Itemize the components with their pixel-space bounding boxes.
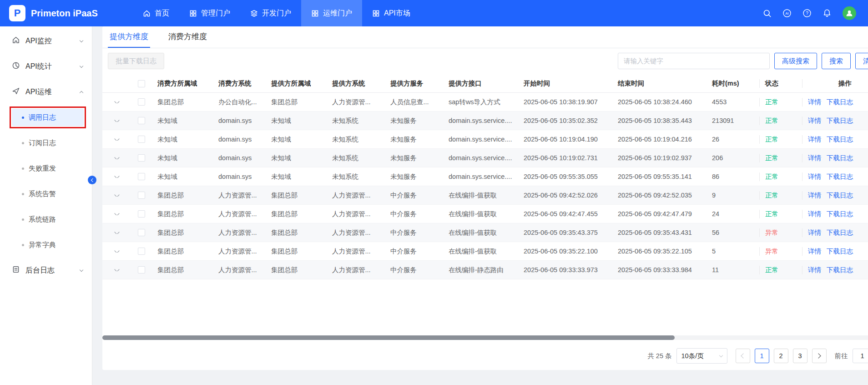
cell-start-time: 2025-06-05 09:33:33.973 bbox=[518, 266, 612, 274]
prev-page-button[interactable] bbox=[736, 349, 750, 363]
detail-link[interactable]: 详情 bbox=[808, 154, 821, 162]
notification-bell-icon[interactable] bbox=[823, 9, 832, 18]
nav-item-admin-portal[interactable]: 管理门户 bbox=[179, 0, 240, 26]
next-page-button[interactable] bbox=[812, 349, 827, 363]
pagination: 共 25 条 10条/页 1 2 3 前往 页 bbox=[102, 344, 868, 370]
sidebar-item-api-ops[interactable]: API运维 bbox=[0, 79, 92, 105]
table-empty-space bbox=[102, 279, 868, 335]
cell-provider-interface: domain.sys.service.... bbox=[443, 117, 518, 124]
row-checkbox[interactable] bbox=[138, 210, 145, 218]
page-size-select[interactable]: 10条/页 bbox=[676, 348, 727, 364]
download-log-link[interactable]: 下载日志 bbox=[827, 210, 853, 218]
row-checkbox[interactable] bbox=[138, 248, 145, 255]
horizontal-scrollbar[interactable] bbox=[102, 335, 868, 340]
ai-assistant-icon[interactable]: AI bbox=[782, 9, 792, 18]
sidebar-subitem-failure-resend[interactable]: 失败重发 bbox=[0, 156, 92, 181]
download-log-link[interactable]: 下载日志 bbox=[827, 247, 853, 256]
page-button-1[interactable]: 1 bbox=[755, 349, 769, 363]
sidebar-subitem-system-trace[interactable]: 系统链路 bbox=[0, 207, 92, 232]
sidebar-subitem-system-alert[interactable]: 系统告警 bbox=[0, 181, 92, 207]
row-checkbox[interactable] bbox=[138, 266, 145, 274]
advanced-search-button[interactable]: 高级搜索 bbox=[774, 53, 817, 69]
expand-row-button[interactable] bbox=[102, 157, 131, 159]
cell-consumer-system: 人力资源管... bbox=[213, 266, 266, 274]
sidebar-collapse-button[interactable] bbox=[88, 176, 96, 184]
download-log-link[interactable]: 下载日志 bbox=[827, 117, 853, 125]
chevron-left-icon bbox=[741, 353, 746, 358]
detail-link[interactable]: 详情 bbox=[808, 210, 821, 218]
detail-link[interactable]: 详情 bbox=[808, 117, 821, 125]
cell-provider-interface: 在线编排-值获取 bbox=[443, 210, 518, 218]
sidebar-subitem-exception-dict[interactable]: 异常字典 bbox=[0, 232, 92, 258]
scrollbar-thumb[interactable] bbox=[102, 335, 675, 340]
expand-row-button[interactable] bbox=[102, 194, 131, 197]
download-log-link[interactable]: 下载日志 bbox=[827, 98, 853, 106]
download-log-link[interactable]: 下载日志 bbox=[827, 266, 853, 274]
expand-row-button[interactable] bbox=[102, 269, 131, 271]
keyword-search-input[interactable] bbox=[618, 53, 770, 69]
select-all-checkbox[interactable] bbox=[138, 80, 145, 87]
expand-row-button[interactable] bbox=[102, 120, 131, 122]
tab-provider-dimension[interactable]: 提供方维度 bbox=[108, 26, 150, 48]
download-log-link[interactable]: 下载日志 bbox=[827, 228, 853, 237]
sidebar-item-backend-log[interactable]: 后台日志 bbox=[0, 258, 92, 283]
detail-link[interactable]: 详情 bbox=[808, 98, 821, 106]
sidebar-subitem-subscribe-log[interactable]: 订阅日志 bbox=[0, 130, 92, 156]
cell-provider-interface: domain.sys.service.... bbox=[443, 154, 518, 162]
chevron-down-icon bbox=[719, 353, 722, 357]
nav-item-api-market[interactable]: API市场 bbox=[362, 0, 420, 26]
chevron-down-icon bbox=[114, 101, 119, 103]
expand-row-button[interactable] bbox=[102, 176, 131, 178]
row-checkbox[interactable] bbox=[138, 173, 145, 180]
help-icon[interactable]: ? bbox=[802, 9, 812, 18]
api-monitor-icon bbox=[12, 36, 20, 46]
expand-row-button[interactable] bbox=[102, 138, 131, 141]
table-body: 集团总部办公自动化...集团总部人力资源管...人员信息查...sap转ws导入… bbox=[102, 93, 868, 279]
download-log-link[interactable]: 下载日志 bbox=[827, 154, 853, 162]
page-button-2[interactable]: 2 bbox=[774, 349, 788, 363]
detail-link[interactable]: 详情 bbox=[808, 228, 821, 237]
expand-row-button[interactable] bbox=[102, 250, 131, 253]
sidebar-item-api-stats[interactable]: API统计 bbox=[0, 54, 92, 79]
cell-provider-domain: 未知域 bbox=[266, 154, 327, 162]
row-checkbox[interactable] bbox=[138, 154, 145, 162]
download-log-link[interactable]: 下载日志 bbox=[827, 135, 853, 144]
detail-link[interactable]: 详情 bbox=[808, 135, 821, 144]
expand-row-button[interactable] bbox=[102, 232, 131, 234]
expand-row-button[interactable] bbox=[102, 101, 131, 103]
cell-provider-service: 中介服务 bbox=[385, 266, 443, 274]
cell-end-time: 2025-06-05 09:42:47.479 bbox=[612, 210, 707, 218]
cell-provider-system: 人力资源管... bbox=[327, 210, 385, 218]
table-row: 集团总部人力资源管...集团总部人力资源管...中介服务在线编排-值获取2025… bbox=[102, 186, 868, 205]
expand-row-button[interactable] bbox=[102, 213, 131, 215]
batch-download-button[interactable]: 批量下载日志 bbox=[108, 53, 164, 69]
sidebar-subitem-call-log[interactable]: 调用日志 bbox=[0, 105, 92, 130]
search-icon[interactable] bbox=[763, 9, 772, 18]
table-row: 未知域domain.sys未知域未知系统未知服务domain.sys.servi… bbox=[102, 130, 868, 149]
detail-link[interactable]: 详情 bbox=[808, 191, 821, 200]
goto-page-input[interactable] bbox=[853, 349, 868, 363]
nav-item-ops-portal[interactable]: 运维门户 bbox=[301, 0, 362, 26]
search-button[interactable]: 搜索 bbox=[822, 53, 851, 69]
table-row: 未知域domain.sys未知域未知系统未知服务domain.sys.servi… bbox=[102, 149, 868, 167]
page-button-3[interactable]: 3 bbox=[793, 349, 807, 363]
table-row: 集团总部人力资源管...集团总部人力资源管...中介服务在线编排-值获取2025… bbox=[102, 205, 868, 223]
row-checkbox[interactable] bbox=[138, 117, 145, 124]
detail-link[interactable]: 详情 bbox=[808, 266, 821, 274]
row-checkbox[interactable] bbox=[138, 136, 145, 143]
user-avatar[interactable] bbox=[843, 6, 856, 20]
clear-button[interactable]: 清空 bbox=[855, 53, 868, 69]
download-log-link[interactable]: 下载日志 bbox=[827, 172, 853, 181]
nav-item-home[interactable]: 首页 bbox=[133, 0, 179, 26]
sidebar-item-api-monitor[interactable]: API监控 bbox=[0, 28, 92, 54]
top-header: P Primeton iPaaS 首页 管理门户 开发门户 运维门户 API市场… bbox=[0, 0, 868, 26]
nav-item-dev-portal[interactable]: 开发门户 bbox=[240, 0, 301, 26]
tab-consumer-dimension[interactable]: 消费方维度 bbox=[167, 26, 209, 48]
detail-link[interactable]: 详情 bbox=[808, 247, 821, 256]
download-log-link[interactable]: 下载日志 bbox=[827, 191, 853, 200]
row-checkbox[interactable] bbox=[138, 229, 145, 236]
detail-link[interactable]: 详情 bbox=[808, 172, 821, 181]
row-checkbox-cell bbox=[131, 210, 152, 218]
row-checkbox[interactable] bbox=[138, 192, 145, 199]
row-checkbox[interactable] bbox=[138, 98, 145, 106]
